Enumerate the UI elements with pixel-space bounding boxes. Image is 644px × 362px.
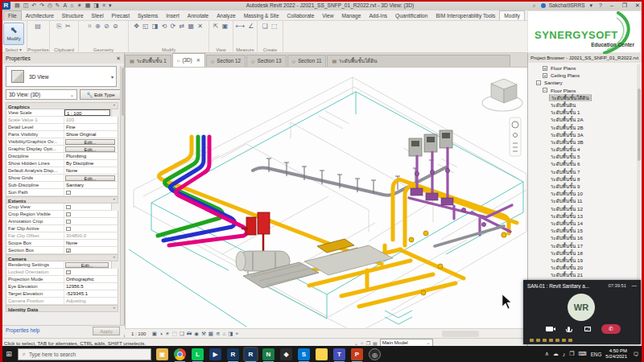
keyboard-icon[interactable]: ⌨: [579, 351, 587, 357]
ribbon-tab-bim-interoperability-tools[interactable]: BIM Interoperability Tools: [431, 11, 499, 20]
collapse-icon[interactable]: ⌃: [112, 197, 116, 204]
mic-button[interactable]: [563, 325, 574, 334]
property-value[interactable]: By Discipline: [64, 160, 118, 167]
filter-icon[interactable]: ❐: [366, 340, 370, 346]
collapse-icon[interactable]: −: [536, 80, 541, 85]
ribbon-tab-view[interactable]: View: [318, 11, 337, 20]
hangup-button[interactable]: ✆: [601, 324, 621, 334]
taskbar-revit-1[interactable]: R: [227, 348, 239, 360]
collapse-icon[interactable]: ⌃: [112, 255, 116, 262]
checkbox-checked[interactable]: ✓: [66, 249, 71, 253]
close-icon[interactable]: ✕: [116, 53, 121, 64]
restore-button[interactable]: ❐: [620, 2, 630, 9]
collapse-icon[interactable]: ⌃: [112, 306, 116, 313]
crop-icon[interactable]: ⬚: [172, 331, 177, 336]
reveal-hidden-icon[interactable]: ◉: [194, 331, 199, 336]
ribbon-tab-manage[interactable]: Manage: [338, 11, 365, 20]
section-header-graphics[interactable]: Graphics⌃: [6, 102, 118, 109]
property-value[interactable]: 100: [64, 117, 118, 123]
checkbox-unchecked[interactable]: [66, 270, 71, 275]
edit-button[interactable]: Edit...: [65, 262, 109, 268]
property-value[interactable]: [64, 218, 118, 224]
browser-item[interactable]: ระดับพื้นชั้น 14: [530, 220, 636, 227]
property-value[interactable]: Edit...: [64, 261, 111, 268]
taskbar-revit-2[interactable]: R: [245, 348, 257, 360]
ribbon-tab-massing-site[interactable]: Massing & Site: [240, 11, 283, 20]
property-value[interactable]: Show Original: [64, 131, 118, 138]
panel-icons[interactable]: ⇱ ▣: [209, 23, 233, 30]
expand-icon[interactable]: +: [543, 66, 547, 71]
collapse-icon[interactable]: ⌃: [112, 103, 116, 110]
chevron-down-icon[interactable]: ▾: [111, 74, 114, 80]
browser-item[interactable]: ระดับพื้นชั้น 20: [530, 264, 636, 271]
taskbar-photos[interactable]: ▶: [209, 348, 221, 360]
view-tab-Section13[interactable]: ◇Section 13: [246, 55, 286, 67]
panel-icons[interactable]: ▤: [27, 23, 49, 30]
shadows-icon[interactable]: ◑: [159, 331, 163, 336]
property-value[interactable]: [64, 204, 111, 210]
property-value[interactable]: [64, 211, 118, 217]
property-value[interactable]: None: [64, 240, 118, 246]
minimize-call-button[interactable]: —: [632, 282, 638, 288]
browser-item[interactable]: ระดับพื้นชั้น 9: [530, 183, 636, 190]
horizontal-scrollbar[interactable]: [442, 331, 479, 337]
panel-icons[interactable]: ⌗ ⊕ ⊘ ⊜: [79, 23, 128, 30]
checkbox-unchecked[interactable]: [66, 191, 71, 195]
browser-item[interactable]: ระดับพื้นชั้น 19: [530, 257, 636, 264]
section-box-icon[interactable]: ◨: [228, 331, 233, 336]
ribbon-tab-add-ins[interactable]: Add-Ins: [365, 11, 391, 20]
value-input[interactable]: 1 : 100: [64, 109, 110, 116]
view-tab-Section11[interactable]: ◇Section 11: [287, 55, 327, 67]
sun-path-icon[interactable]: ☀: [165, 331, 170, 336]
view-tab-1[interactable]: ▤ระดับพื้นชั้น 1: [125, 55, 171, 67]
taskbar-line[interactable]: L: [192, 348, 204, 360]
chevron-up-icon[interactable]: ∧: [545, 351, 549, 357]
properties-scrollbar[interactable]: [120, 66, 124, 331]
edit-button[interactable]: Edit...: [65, 139, 115, 145]
call-overlay[interactable]: SAN-01 : Revit Sanitary a... 07:39:51 — …: [523, 280, 641, 344]
selection-icon[interactable]: ⌖: [235, 331, 238, 336]
checkbox-unchecked[interactable]: [66, 227, 71, 232]
ribbon-tab-systems[interactable]: Systems: [134, 11, 162, 20]
browser-item[interactable]: ระดับพื้นชั้น 13: [530, 212, 636, 220]
property-value[interactable]: [64, 189, 118, 195]
browser-item[interactable]: +Floor Plans: [530, 64, 636, 72]
mic-tray-icon[interactable]: ♪: [563, 352, 566, 357]
property-value[interactable]: ✓: [64, 247, 118, 253]
view-scale-control[interactable]: 1 : 100: [131, 331, 146, 336]
worksharing-icon[interactable]: ⚒: [201, 331, 206, 336]
property-value[interactable]: 12956.5: [64, 283, 118, 290]
checkbox-unchecked[interactable]: [66, 205, 71, 210]
taskbar-skype[interactable]: S: [298, 348, 310, 360]
crop-visible-icon[interactable]: ❏: [180, 331, 184, 336]
apply-button[interactable]: Apply: [93, 327, 120, 335]
edit-button[interactable]: Edit...: [65, 146, 115, 152]
checkbox-unchecked[interactable]: [66, 220, 71, 224]
property-value[interactable]: -529345.1: [64, 290, 118, 297]
constraints-icon[interactable]: ⌂: [222, 331, 225, 336]
panel-icons[interactable]: ✥ ◱ ◨ ⟲ ⟳ ⇄ ▦ ✕: [129, 23, 208, 30]
browser-item[interactable]: ระดับพื้นชั้น 16: [530, 234, 636, 241]
render-icon[interactable]: ▦: [208, 331, 213, 336]
browser-item[interactable]: ระดับพื้นชั้น 21: [530, 271, 636, 278]
browser-item[interactable]: ระดับพื้นชั้น 2A: [530, 116, 636, 123]
minimize-button[interactable]: –: [607, 2, 617, 8]
panel-icons[interactable]: ❏ ⬚: [258, 23, 283, 30]
taskbar-notepad[interactable]: N: [262, 348, 275, 360]
property-value[interactable]: 1 : 100: [64, 109, 111, 116]
horizontal-tank[interactable]: [236, 251, 319, 288]
revit-logo-icon[interactable]: R: [2, 1, 10, 10]
browser-item[interactable]: ระดับพื้นชั้น 3B: [530, 138, 636, 146]
property-value[interactable]: Edit...: [64, 175, 118, 181]
view-filter-select[interactable]: 3D View: (3D) ⌄: [6, 89, 77, 100]
property-value[interactable]: Orthographic: [64, 276, 118, 282]
browser-item[interactable]: ระดับพื้นชั้น 8: [530, 175, 636, 183]
edit-type-button[interactable]: 🔧 Edit Type: [80, 89, 122, 100]
properties-header[interactable]: Properties ✕: [2, 53, 124, 64]
browser-item[interactable]: −Floor Plans: [530, 87, 636, 94]
property-value[interactable]: [64, 225, 118, 232]
temporary-hide-icon[interactable]: 🕶: [187, 331, 192, 336]
ribbon-tab-steel[interactable]: Steel: [88, 11, 108, 20]
notification-center-icon[interactable]: 🗨: [631, 352, 641, 357]
signed-in-user[interactable]: Sakchai9SRRS: [549, 2, 585, 8]
